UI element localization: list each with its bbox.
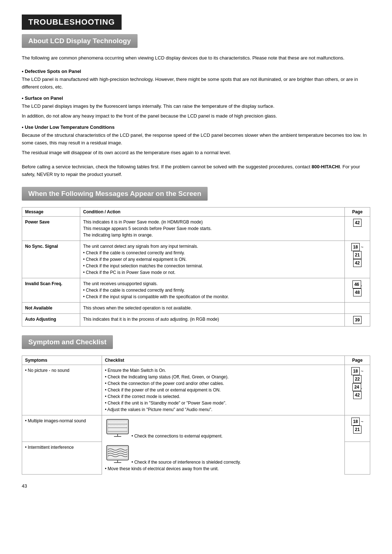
- checklist-multiple-images: • Check the connections to external equi…: [102, 415, 345, 442]
- troubleshooting-title: TROUBLESHOOTING: [22, 15, 122, 30]
- about-lcd-header: About LCD Display Technology: [22, 34, 138, 48]
- msg-not-available-page: [345, 303, 370, 314]
- table-row: No Sync. Signal The unit cannot detect a…: [22, 241, 370, 278]
- symptom-multiple-images: • Multiple images-normal sound: [22, 415, 102, 442]
- surface-panel-text1: The LCD panel displays images by the flu…: [22, 102, 370, 110]
- symptom-col-symptoms: Symptoms: [22, 356, 102, 365]
- checklist-multiple-images-text: • Check the connections to external equi…: [131, 434, 222, 439]
- table-row: • Intermittent interference: [22, 442, 370, 474]
- symptom-col-checklist: Checklist: [102, 356, 345, 365]
- table-row: • Multiple images-normal sound: [22, 415, 370, 442]
- symptom-col-page: Page: [345, 356, 370, 365]
- msg-no-sync-condition: The unit cannot detect any signals from …: [80, 241, 345, 278]
- msg-power-save-page: 42: [345, 217, 370, 241]
- symptom-section: Symptom and Checklist Symptoms Checklist…: [22, 335, 370, 475]
- defective-spots-subsection: • Defective Spots on Panel The LCD panel…: [22, 69, 370, 91]
- msg-auto-adjusting: Auto Adjusting: [22, 314, 80, 327]
- msg-invalid-scan-condition: The unit receives unsupported signals. •…: [80, 278, 345, 303]
- defective-spots-title: • Defective Spots on Panel: [22, 69, 370, 74]
- messages-col-message: Message: [22, 208, 80, 217]
- svg-rect-11: [108, 447, 127, 459]
- messages-col-page: Page: [345, 208, 370, 217]
- table-row: Not Available This shows when the select…: [22, 303, 370, 314]
- defective-spots-text: The LCD panel is manufactured with high-…: [22, 75, 370, 91]
- page-interference: [345, 442, 370, 474]
- symptom-table: Symptoms Checklist Page • No picture - n…: [22, 356, 370, 475]
- symptom-section-header: Symptom and Checklist: [22, 335, 113, 349]
- msg-no-sync: No Sync. Signal: [22, 241, 80, 278]
- multiple-images-icon: [105, 434, 131, 439]
- msg-invalid-scan: Invalid Scan Freq.: [22, 278, 80, 303]
- messages-section: When the Following Messages Appear on th…: [22, 187, 370, 327]
- msg-auto-adjusting-page: 39: [345, 314, 370, 327]
- msg-not-available-condition: This shows when the selected operation i…: [80, 303, 345, 314]
- msg-auto-adjusting-condition: This indicates that it is in the process…: [80, 314, 345, 327]
- table-row: Auto Adjusting This indicates that it is…: [22, 314, 370, 327]
- interference-icon: [105, 460, 131, 465]
- page-number: 43: [22, 483, 370, 489]
- msg-invalid-scan-page: 46, 48: [345, 278, 370, 303]
- checklist-interference: • Check if the source of interference is…: [102, 442, 345, 474]
- low-temp-subsection: • Use Under Low Temperature Conditions B…: [22, 124, 370, 157]
- low-temp-text1: Because of the structural characteristic…: [22, 131, 370, 147]
- msg-power-save-condition: This indicates it is in Power Save mode.…: [80, 217, 345, 241]
- table-row: Power Save This indicates it is in Power…: [22, 217, 370, 241]
- page-multiple-images: 18 ~ 21: [345, 415, 370, 442]
- low-temp-text2: The residual image will disappear of its…: [22, 149, 370, 156]
- about-lcd-intro: The following are common phenomena occur…: [22, 54, 370, 62]
- messages-col-condition: Condition / Action: [80, 208, 345, 217]
- messages-table: Message Condition / Action Page Power Sa…: [22, 207, 370, 327]
- surface-panel-text2: In addition, do not allow any heavy impa…: [22, 112, 370, 120]
- messages-section-header: When the Following Messages Appear on th…: [22, 187, 208, 201]
- table-row: Invalid Scan Freq. The unit receives uns…: [22, 278, 370, 303]
- msg-not-available: Not Available: [22, 303, 80, 314]
- checklist-no-picture: • Ensure the Main Switch is On. • Check …: [102, 365, 345, 415]
- svg-rect-1: [108, 420, 127, 433]
- msg-no-sync-page: 18 ~ 21 42: [345, 241, 370, 278]
- surface-panel-subsection: • Surface on Panel The LCD panel display…: [22, 95, 370, 120]
- symptom-no-picture: • No picture - no sound: [22, 365, 102, 415]
- low-temp-title: • Use Under Low Temperature Conditions: [22, 124, 370, 130]
- symptom-interference: • Intermittent interference: [22, 442, 102, 474]
- page-no-picture: 18 ~ 22 24, 42: [345, 365, 370, 415]
- about-lcd-section: About LCD Display Technology The followi…: [22, 34, 370, 178]
- pre-table-text: Before calling a service technician, che…: [22, 163, 370, 178]
- surface-panel-title: • Surface on Panel: [22, 95, 370, 101]
- msg-power-save: Power Save: [22, 217, 80, 241]
- table-row: • No picture - no sound • Ensure the Mai…: [22, 365, 370, 415]
